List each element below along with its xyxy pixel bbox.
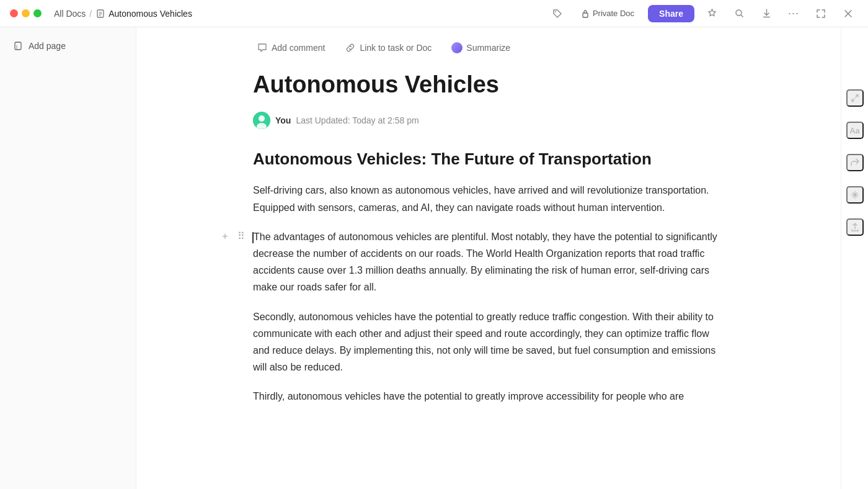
block-controls-2: + ⠿: [218, 230, 248, 243]
sparkle-button[interactable]: [846, 186, 864, 204]
paragraph-2-text: The advantages of autonomous vehicles ar…: [253, 231, 717, 293]
title-bar-right: Private Doc Share ···: [547, 4, 858, 24]
drag-handle-4[interactable]: ⠿: [234, 389, 248, 403]
current-doc-title: Autonomous Vehicles: [108, 9, 192, 19]
paragraph-block-3: + ⠿ Secondly, autonomous vehicles have t…: [253, 308, 724, 376]
breadcrumb-current-doc: Autonomous Vehicles: [95, 9, 192, 19]
comment-icon: [257, 42, 268, 53]
doc-title[interactable]: Autonomous Vehicles: [253, 71, 724, 99]
avatar: [253, 112, 270, 129]
drag-handle-3[interactable]: ⠿: [234, 310, 248, 323]
right-sidebar: Aa: [841, 27, 868, 489]
add-block-button-3[interactable]: +: [218, 310, 232, 323]
share-button[interactable]: Share: [648, 5, 694, 22]
svg-rect-11: [15, 42, 21, 50]
doc-author: You: [275, 115, 291, 125]
star-button[interactable]: [702, 4, 722, 24]
doc-last-updated: Last Updated: Today at 2:58 pm: [296, 115, 418, 125]
paragraph-3[interactable]: Secondly, autonomous vehicles have the p…: [253, 308, 724, 376]
add-comment-button[interactable]: Add comment: [253, 40, 329, 56]
svg-rect-5: [583, 13, 588, 17]
add-page-label: Add page: [29, 41, 66, 51]
link-task-button[interactable]: Link to task or Doc: [341, 40, 435, 56]
summarize-label: Summarize: [466, 43, 510, 53]
minimize-traffic-light[interactable]: [22, 9, 30, 17]
paragraph-block-4: + ⠿ Thirdly, autonomous vehicles have th…: [253, 388, 724, 405]
section-heading[interactable]: Autonomous Vehicles: The Future of Trans…: [253, 149, 724, 170]
paragraph-1[interactable]: Self-driving cars, also known as autonom…: [253, 182, 724, 215]
svg-point-4: [555, 11, 556, 12]
expand-button[interactable]: [811, 4, 831, 24]
paragraph-block-1: + ⠿ Self-driving cars, also known as aut…: [253, 182, 724, 215]
summarize-icon: [451, 42, 463, 53]
link-icon: [345, 42, 356, 53]
upload-button[interactable]: [846, 218, 864, 236]
paragraph-2[interactable]: The advantages of autonomous vehicles ar…: [253, 228, 724, 296]
svg-line-7: [740, 15, 743, 17]
add-block-button-2[interactable]: +: [218, 230, 232, 243]
breadcrumb-all-docs[interactable]: All Docs: [54, 9, 86, 19]
close-traffic-light[interactable]: [10, 9, 18, 17]
doc-area[interactable]: Add comment Link to task or Doc: [136, 27, 841, 489]
add-comment-label: Add comment: [272, 43, 325, 53]
traffic-lights: [10, 9, 42, 17]
font-size-button[interactable]: Aa: [846, 122, 864, 139]
share-icon-button[interactable]: [846, 154, 864, 171]
collapse-button[interactable]: [846, 89, 864, 107]
private-doc-label: Private Doc: [593, 9, 634, 18]
more-button[interactable]: ···: [784, 4, 804, 24]
title-bar-left: All Docs / Autonomous Vehicles: [10, 9, 192, 19]
drag-handle-1[interactable]: ⠿: [234, 183, 248, 197]
search-button[interactable]: [729, 4, 749, 24]
main-layout: Add page Add comment: [0, 27, 868, 489]
doc-content: Add comment Link to task or Doc: [253, 40, 724, 405]
sidebar: Add page: [0, 27, 136, 489]
title-bar: All Docs / Autonomous Vehicles: [0, 0, 868, 27]
private-doc-button[interactable]: Private Doc: [575, 6, 640, 20]
doc-meta: You Last Updated: Today at 2:58 pm: [253, 112, 724, 129]
link-task-label: Link to task or Doc: [360, 43, 432, 53]
add-block-button-1[interactable]: +: [218, 183, 232, 197]
breadcrumb-separator: /: [89, 9, 92, 19]
doc-icon: [95, 9, 105, 19]
drag-handle-2[interactable]: ⠿: [234, 230, 248, 243]
add-block-button-4[interactable]: +: [218, 389, 232, 403]
breadcrumb: All Docs / Autonomous Vehicles: [54, 9, 192, 19]
download-button[interactable]: [756, 4, 776, 24]
paragraph-block-2: + ⠿ The advantages of autonomous vehicle…: [253, 228, 724, 296]
paragraph-4[interactable]: Thirdly, autonomous vehicles have the po…: [253, 388, 724, 405]
doc-toolbar: Add comment Link to task or Doc: [253, 40, 724, 56]
close-button[interactable]: [838, 4, 858, 24]
svg-point-6: [736, 10, 742, 16]
maximize-traffic-light[interactable]: [33, 9, 42, 17]
tag-button[interactable]: [547, 4, 567, 24]
add-page-button[interactable]: Add page: [7, 37, 128, 55]
summarize-button[interactable]: Summarize: [448, 40, 514, 56]
